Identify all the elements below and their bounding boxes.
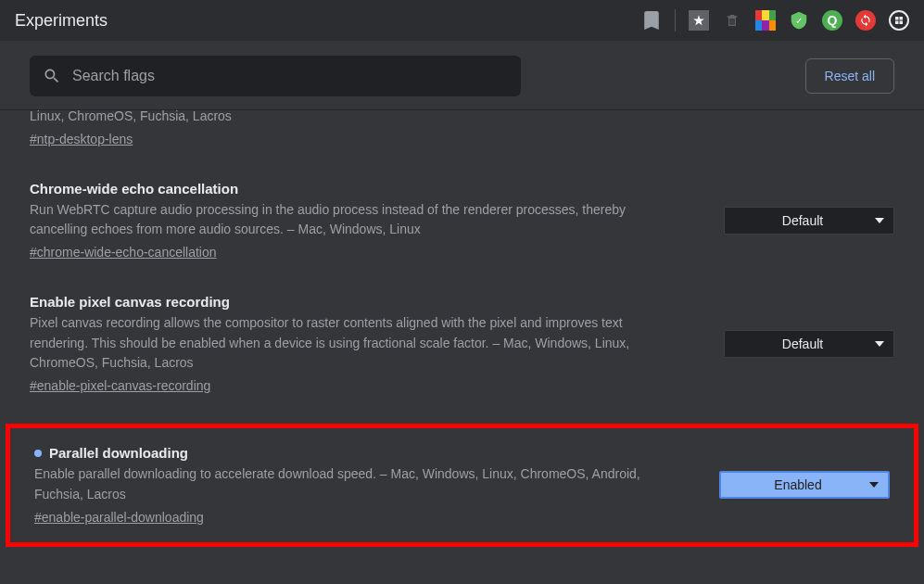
search-input[interactable] bbox=[72, 68, 508, 84]
rainbow-extension-icon[interactable] bbox=[755, 10, 776, 31]
flag-entry: Chrome-wide echo cancellation Run WebRTC… bbox=[30, 164, 894, 277]
flag-text: Enable pixel canvas recording Pixel canv… bbox=[30, 294, 651, 394]
flag-text: Linux, ChromeOS, Fuchsia, Lacros #ntp-de… bbox=[30, 110, 651, 147]
flag-state-select[interactable]: Default bbox=[724, 207, 894, 235]
trash-icon[interactable] bbox=[722, 10, 742, 31]
flag-anchor-link[interactable]: #enable-pixel-canvas-recording bbox=[30, 378, 210, 393]
flag-text: Parallel downloading Enable parallel dow… bbox=[34, 445, 655, 525]
flag-select-wrap: Default bbox=[724, 330, 894, 358]
q-extension-icon[interactable]: Q bbox=[822, 10, 842, 31]
flag-text: Chrome-wide echo cancellation Run WebRTC… bbox=[30, 181, 651, 260]
flag-entry: Enable pixel canvas recording Pixel canv… bbox=[30, 277, 894, 411]
flag-title: Enable pixel canvas recording bbox=[30, 294, 651, 310]
search-icon bbox=[43, 67, 61, 85]
flag-description: Linux, ChromeOS, Fuchsia, Lacros bbox=[30, 110, 651, 127]
flag-description: Run WebRTC capture audio processing in t… bbox=[30, 200, 651, 240]
bookmark-star-icon[interactable] bbox=[689, 10, 709, 31]
profile-extension-icon[interactable] bbox=[889, 10, 909, 31]
highlighted-flag-box: Parallel downloading Enable parallel dow… bbox=[6, 424, 918, 546]
reset-all-button[interactable]: Reset all bbox=[805, 58, 894, 94]
flag-title: Parallel downloading bbox=[34, 445, 655, 461]
flag-select-wrap: Default bbox=[724, 207, 894, 235]
modified-indicator-dot bbox=[34, 450, 42, 457]
shield-icon[interactable]: ✓ bbox=[789, 10, 809, 31]
flag-title: Chrome-wide echo cancellation bbox=[30, 181, 651, 197]
sync-extension-icon[interactable] bbox=[855, 10, 876, 31]
flag-select-wrap: Enabled bbox=[719, 471, 890, 499]
flags-content: Linux, ChromeOS, Fuchsia, Lacros #ntp-de… bbox=[0, 110, 924, 584]
flag-anchor-link[interactable]: #chrome-wide-echo-cancellation bbox=[30, 245, 217, 260]
check-icon: ✓ bbox=[795, 16, 803, 26]
titlebar: Experiments ✓ Q bbox=[0, 0, 924, 41]
titlebar-extension-icons: ✓ Q bbox=[641, 9, 909, 32]
divider bbox=[675, 9, 676, 32]
search-box[interactable] bbox=[30, 56, 521, 96]
flag-title-text: Parallel downloading bbox=[49, 445, 188, 461]
flag-anchor-link[interactable]: #enable-parallel-downloading bbox=[34, 510, 204, 525]
flag-anchor-link[interactable]: #ntp-desktop-lens bbox=[30, 132, 133, 146]
page-title: Experiments bbox=[15, 11, 108, 31]
flag-description: Enable parallel downloading to accelerat… bbox=[34, 464, 655, 504]
flag-state-select[interactable]: Enabled bbox=[719, 471, 890, 499]
flag-state-select[interactable]: Default bbox=[724, 330, 894, 358]
flag-entry: Parallel downloading Enable parallel dow… bbox=[34, 445, 890, 525]
flag-entry: Linux, ChromeOS, Fuchsia, Lacros #ntp-de… bbox=[30, 110, 894, 164]
bookmark-icon[interactable] bbox=[641, 10, 662, 31]
toolbar: Reset all bbox=[0, 41, 924, 110]
flag-description: Pixel canvas recording allows the compos… bbox=[30, 313, 651, 374]
